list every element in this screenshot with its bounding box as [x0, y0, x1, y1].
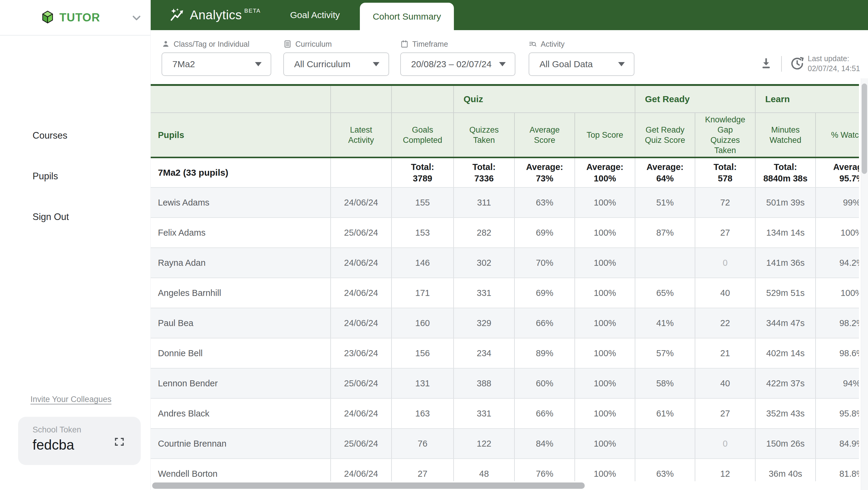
filter-timeframe-dropdown[interactable]: 20/08/23 – 02/07/24	[400, 53, 516, 76]
tab-cohort-summary[interactable]: Cohort Summary	[360, 3, 454, 30]
invite-colleagues-link[interactable]: Invite Your Colleagues	[30, 395, 112, 404]
cell-watched: 98.2%	[816, 308, 859, 338]
cube-logo-icon	[41, 10, 55, 25]
cell-latest-activity: 24/06/24	[331, 248, 392, 278]
group-header-blank	[331, 86, 392, 113]
sidebar-item-pupils[interactable]: Pupils	[33, 171, 69, 182]
summary-cell-quizzes-taken: Total:7336	[454, 158, 515, 187]
filter-class-value: 7Ma2	[173, 59, 195, 69]
cell-average-score: 63%	[515, 188, 575, 217]
cell-knowledge-gap-quizzes-taken: 27	[695, 399, 755, 428]
cell-knowledge-gap-quizzes-taken: 40	[695, 369, 755, 398]
summary-cell-knowledge-gap-quizzes-taken: Total:578	[695, 158, 755, 187]
tab-goal-activity[interactable]: Goal Activity	[285, 0, 345, 30]
cell-get-ready-quiz-score: 61%	[635, 399, 695, 428]
filter-activity-value: All Goal Data	[539, 59, 593, 69]
summary-cell-goals-completed: Total:3789	[392, 158, 454, 187]
cell-knowledge-gap-quizzes-taken: 27	[695, 218, 755, 247]
cell-latest-activity: 24/06/24	[331, 278, 392, 308]
pupil-name: Lewis Adams	[151, 188, 331, 217]
cell-latest-activity: 25/06/24	[331, 218, 392, 247]
pupil-name: Paul Bea	[151, 308, 331, 338]
pupil-row: Courtnie Brennan25/06/247612284%100%0150…	[151, 429, 859, 459]
cell-goals-completed: 163	[392, 399, 454, 428]
cell-goals-completed: 146	[392, 248, 454, 278]
vertical-scrollbar-thumb[interactable]	[862, 84, 867, 174]
filter-curriculum: Curriculum All Curriculum	[283, 39, 389, 76]
school-token-value: fedcba	[33, 437, 74, 453]
summary-cohort-label: 7Ma2 (33 pupils)	[151, 158, 331, 187]
group-header-learn: Learn	[755, 86, 859, 113]
cell-quizzes-taken: 302	[454, 248, 515, 278]
app-title: Analytics	[190, 8, 242, 22]
download-icon[interactable]	[760, 57, 773, 70]
sidebar-logo-header[interactable]: TUTOR	[0, 0, 150, 36]
curriculum-list-icon	[283, 40, 292, 48]
group-header-blank	[392, 86, 454, 113]
cell-top-score: 100%	[575, 399, 635, 428]
cell-top-score: 100%	[575, 248, 635, 278]
pupil-name: Rayna Adan	[151, 248, 331, 278]
cell-goals-completed: 171	[392, 278, 454, 308]
filter-curriculum-label: Curriculum	[296, 40, 332, 49]
cell-quizzes-taken: 388	[454, 369, 515, 398]
sidebar-item-sign-out[interactable]: Sign Out	[33, 212, 69, 222]
cell-get-ready-quiz-score: 63%	[635, 459, 695, 481]
summary-cell-get-ready-quiz-score: Average:64%	[635, 158, 695, 187]
filter-timeframe-value: 20/08/23 – 02/07/24	[411, 59, 492, 69]
last-update-text: Last update: 02/07/24, 14:51	[808, 54, 860, 73]
caret-down-icon	[499, 62, 506, 66]
school-token-card: School Token fedcba	[18, 417, 141, 465]
horizontal-scrollbar-thumb[interactable]	[152, 483, 585, 489]
expand-icon[interactable]	[114, 436, 125, 448]
last-update-label: Last update:	[808, 54, 860, 64]
cell-knowledge-gap-quizzes-taken: 12	[695, 459, 755, 481]
cell-knowledge-gap-quizzes-taken: 0	[695, 248, 755, 278]
cell-goals-completed: 156	[392, 338, 454, 368]
cell-get-ready-quiz-score: 51%	[635, 188, 695, 217]
cell-get-ready-quiz-score: 65%	[635, 278, 695, 308]
table-column-header-row: PupilsLatest ActivityGoals CompletedQuiz…	[151, 113, 859, 158]
cell-latest-activity: 23/06/24	[331, 338, 392, 368]
column-header-get-ready-quiz-score: Get Ready Quiz Score	[635, 113, 695, 157]
filter-curriculum-dropdown[interactable]: All Curriculum	[283, 53, 389, 76]
cell-watched: 98.6%	[816, 338, 859, 368]
filter-curriculum-label-row: Curriculum	[283, 39, 389, 49]
cell-knowledge-gap-quizzes-taken: 72	[695, 188, 755, 217]
filter-search-icon	[529, 40, 537, 48]
filter-class-dropdown[interactable]: 7Ma2	[161, 53, 271, 76]
cell-minutes-watched: 529m 51s	[755, 278, 816, 308]
column-header-knowledge-gap-quizzes-taken: Knowledge Gap Quizzes Taken	[695, 113, 755, 157]
cell-watched: 94.2%	[816, 248, 859, 278]
sidebar-item-courses[interactable]: Courses	[33, 130, 69, 141]
cell-minutes-watched: 402m 14s	[755, 338, 816, 368]
cell-goals-completed: 27	[392, 459, 454, 481]
cell-quizzes-taken: 311	[454, 188, 515, 217]
refresh-clock-icon[interactable]	[789, 56, 805, 71]
pupil-row: Andres Black24/06/2416333166%100%61%2735…	[151, 399, 859, 429]
cell-average-score: 84%	[515, 429, 575, 458]
cell-minutes-watched: 501m 39s	[755, 188, 816, 217]
cell-minutes-watched: 141m 36s	[755, 248, 816, 278]
cell-latest-activity: 25/06/24	[331, 429, 392, 458]
cell-quizzes-taken: 48	[454, 459, 515, 481]
pupil-name: Courtnie Brennan	[151, 429, 331, 458]
cell-quizzes-taken: 331	[454, 399, 515, 428]
filter-timeframe-label: Timeframe	[412, 40, 448, 49]
chevron-down-icon[interactable]	[131, 12, 142, 23]
cell-average-score: 69%	[515, 278, 575, 308]
cell-goals-completed: 153	[392, 218, 454, 247]
column-header-average-score: Average Score	[515, 113, 575, 157]
cell-watched: 100%	[816, 218, 859, 247]
column-header-watched: % Watched	[816, 113, 859, 157]
column-header-pupils: Pupils	[151, 113, 331, 157]
beta-badge: BETA	[244, 7, 261, 14]
cell-quizzes-taken: 331	[454, 278, 515, 308]
cell-average-score: 69%	[515, 218, 575, 247]
filter-activity-label-row: Activity	[529, 39, 634, 49]
filter-class-label: Class/Tag or Individual	[174, 40, 250, 49]
filter-activity-dropdown[interactable]: All Goal Data	[529, 53, 634, 76]
sidebar: TUTOR Courses Pupils Sign Out Invite You…	[0, 0, 151, 490]
cell-knowledge-gap-quizzes-taken: 0	[695, 429, 755, 458]
filter-bar: Class/Tag or Individual 7Ma2 Curriculum …	[151, 30, 868, 84]
